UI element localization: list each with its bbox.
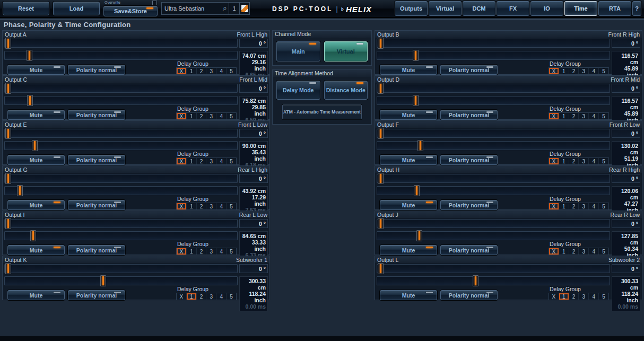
mute-button[interactable]: Mute bbox=[380, 110, 437, 120]
delay-slider-handle[interactable] bbox=[27, 95, 33, 106]
nav-button-time[interactable]: Time bbox=[564, 1, 597, 16]
delay-group-option-x[interactable]: X bbox=[549, 68, 559, 74]
phase-slider-handle[interactable] bbox=[5, 263, 11, 274]
delay-slider[interactable] bbox=[4, 186, 238, 195]
delay-slider[interactable] bbox=[4, 276, 238, 285]
delay-slider[interactable] bbox=[377, 51, 610, 60]
delay-group-option-1[interactable]: 1 bbox=[559, 293, 569, 300]
mute-button[interactable]: Mute bbox=[7, 65, 65, 75]
delay-group-option-2[interactable]: 2 bbox=[197, 248, 207, 255]
delay-group-option-4[interactable]: 4 bbox=[589, 158, 599, 164]
delay-group-option-3[interactable]: 3 bbox=[206, 203, 216, 209]
phase-slider[interactable] bbox=[4, 39, 238, 48]
mute-button[interactable]: Mute bbox=[380, 155, 437, 165]
mute-button[interactable]: Mute bbox=[7, 245, 65, 255]
phase-slider[interactable] bbox=[377, 84, 610, 93]
delay-slider-handle[interactable] bbox=[473, 275, 478, 286]
delay-group-option-3[interactable]: 3 bbox=[206, 113, 216, 119]
phase-slider-handle[interactable] bbox=[5, 83, 11, 94]
delay-group-option-3[interactable]: 3 bbox=[579, 68, 589, 74]
phase-slider-handle[interactable] bbox=[378, 173, 384, 184]
delay-slider-handle[interactable] bbox=[17, 185, 23, 196]
polarity-button[interactable]: Polarity normal bbox=[68, 245, 125, 255]
phase-slider-handle[interactable] bbox=[5, 38, 11, 49]
nav-button-dcm[interactable]: DCM bbox=[463, 1, 495, 16]
nav-button-rta[interactable]: RTA bbox=[598, 1, 631, 16]
delay-group-option-2[interactable]: 2 bbox=[197, 68, 207, 74]
phase-degrees-field[interactable]: 0 ° bbox=[239, 264, 268, 273]
delay-slider-handle[interactable] bbox=[27, 50, 32, 61]
delay-group-option-5[interactable]: 5 bbox=[227, 68, 236, 74]
delay-group-option-1[interactable]: 1 bbox=[559, 158, 569, 164]
delay-group-option-2[interactable]: 2 bbox=[569, 158, 579, 164]
delay-group-option-3[interactable]: 3 bbox=[579, 158, 589, 164]
distance-value-box[interactable]: 300.33 cm 118.24 inch 0.00 ms bbox=[612, 276, 640, 311]
polarity-button[interactable]: Polarity normal bbox=[68, 155, 125, 165]
phase-slider[interactable] bbox=[377, 129, 610, 138]
phase-slider[interactable] bbox=[4, 174, 238, 183]
delay-group-option-4[interactable]: 4 bbox=[589, 248, 599, 255]
delay-group-option-2[interactable]: 2 bbox=[197, 203, 207, 209]
delay-group-option-x[interactable]: X bbox=[177, 113, 187, 119]
nav-button-help[interactable]: ? bbox=[632, 1, 641, 16]
delay-group-option-5[interactable]: 5 bbox=[599, 248, 608, 255]
delay-mode-button[interactable]: Delay Mode bbox=[276, 81, 320, 100]
delay-group-option-4[interactable]: 4 bbox=[589, 293, 599, 300]
phase-degrees-field[interactable]: 0 ° bbox=[612, 219, 640, 228]
delay-group-option-4[interactable]: 4 bbox=[216, 203, 227, 209]
nav-button-virtual[interactable]: Virtual bbox=[429, 1, 462, 16]
delay-group-option-1[interactable]: 1 bbox=[187, 203, 197, 209]
delay-slider-handle[interactable] bbox=[32, 140, 38, 151]
phase-slider-handle[interactable] bbox=[5, 173, 11, 184]
delay-group-option-x[interactable]: X bbox=[177, 293, 187, 300]
delay-group-option-5[interactable]: 5 bbox=[227, 203, 236, 209]
delay-slider[interactable] bbox=[377, 96, 610, 105]
delay-group-option-x[interactable]: X bbox=[177, 158, 187, 164]
delay-group-option-3[interactable]: 3 bbox=[579, 248, 589, 255]
phase-slider-handle[interactable] bbox=[5, 218, 11, 229]
delay-slider-handle[interactable] bbox=[30, 230, 36, 241]
phase-slider-handle[interactable] bbox=[378, 218, 384, 229]
phase-slider[interactable] bbox=[377, 219, 610, 228]
search-icon[interactable]: ⌕ bbox=[223, 4, 227, 13]
delay-group-option-2[interactable]: 2 bbox=[197, 113, 207, 119]
phase-slider[interactable] bbox=[4, 84, 238, 93]
delay-group-option-5[interactable]: 5 bbox=[599, 68, 608, 74]
polarity-button[interactable]: Polarity normal bbox=[440, 245, 498, 255]
delay-group-option-2[interactable]: 2 bbox=[569, 113, 579, 119]
atm-button[interactable]: ATM - Automatic Time Measurement bbox=[282, 104, 362, 119]
delay-slider[interactable] bbox=[4, 96, 238, 105]
delay-slider-handle[interactable] bbox=[413, 50, 419, 61]
overwrite-checkbox[interactable] bbox=[152, 1, 157, 5]
mute-button[interactable]: Mute bbox=[7, 200, 65, 210]
delay-group-option-4[interactable]: 4 bbox=[216, 248, 227, 255]
delay-slider[interactable] bbox=[4, 141, 238, 150]
delay-group-option-1[interactable]: 1 bbox=[187, 293, 197, 300]
delay-group-option-x[interactable]: X bbox=[549, 113, 559, 119]
delay-slider[interactable] bbox=[377, 141, 610, 150]
polarity-button[interactable]: Polarity normal bbox=[440, 65, 498, 75]
phase-slider[interactable] bbox=[4, 219, 238, 228]
delay-group-option-2[interactable]: 2 bbox=[197, 293, 207, 300]
phase-slider[interactable] bbox=[4, 129, 238, 138]
mute-button[interactable]: Mute bbox=[380, 200, 437, 210]
delay-slider[interactable] bbox=[4, 51, 238, 60]
phase-degrees-field[interactable]: 0 ° bbox=[612, 84, 640, 93]
delay-slider-handle[interactable] bbox=[417, 140, 423, 151]
mute-button[interactable]: Mute bbox=[7, 290, 65, 300]
phase-degrees-field[interactable]: 0 ° bbox=[612, 174, 640, 183]
delay-group-option-5[interactable]: 5 bbox=[599, 158, 608, 164]
delay-slider[interactable] bbox=[4, 231, 238, 240]
phase-degrees-field[interactable]: 0 ° bbox=[239, 219, 268, 228]
delay-group-option-x[interactable]: X bbox=[549, 293, 559, 300]
delay-group-option-5[interactable]: 5 bbox=[599, 113, 608, 119]
delay-group-option-4[interactable]: 4 bbox=[216, 68, 227, 74]
delay-group-option-3[interactable]: 3 bbox=[206, 68, 216, 74]
mute-button[interactable]: Mute bbox=[7, 110, 65, 120]
device-name-input[interactable] bbox=[161, 2, 229, 15]
phase-slider-handle[interactable] bbox=[378, 263, 384, 274]
polarity-button[interactable]: Polarity normal bbox=[440, 155, 498, 165]
phase-degrees-field[interactable]: 0 ° bbox=[239, 84, 268, 93]
delay-slider-handle[interactable] bbox=[413, 95, 419, 106]
phase-degrees-field[interactable]: 0 ° bbox=[239, 174, 268, 183]
